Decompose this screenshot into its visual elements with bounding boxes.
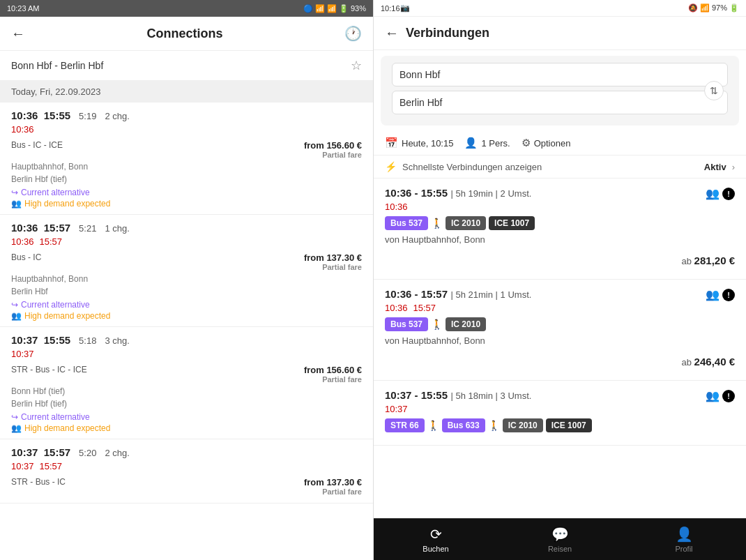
conn-2-type: Bus - IC <box>11 252 41 262</box>
bottom-nav: ⟳ Buchen 💬 Reisen 👤 Profil <box>374 518 746 560</box>
left-connection-2[interactable]: 10:36 15:57 5:21 1 chg. 10:36 15:57 Bus … <box>0 215 373 327</box>
conn-2-demand-text: High demand expected <box>24 311 110 321</box>
r-conn-3-str66-badge: STR 66 <box>385 418 425 432</box>
star-icon[interactable]: ☆ <box>351 58 362 73</box>
right-connection-2[interactable]: 10:36 - 15:57 | 5h 21min | 1 Umst. 👥 ! 1… <box>374 280 746 381</box>
quick-filter[interactable]: ⚡ Schnellste Verbindungen anzeigen Aktiv… <box>374 156 746 179</box>
conn-3-details: STR - Bus - IC - ICE from 156.60 €Partia… <box>0 362 373 439</box>
left-connection-4[interactable]: 10:37 15:57 5:20 2 chg. 10:37 15:57 STR … <box>0 439 373 504</box>
right-time: 10:16 <box>381 4 400 13</box>
r-conn-3-transport-row: STR 66 🚶 Bus 633 🚶 IC 2010 ICE 1007 <box>385 418 735 432</box>
right-connection-1[interactable]: 10:36 - 15:55 | 5h 19min | 2 Umst. 👥 ! 1… <box>374 179 746 280</box>
left-time: 10:23 AM <box>7 4 39 13</box>
date-filter-text: Heute, 10:15 <box>402 138 453 149</box>
r-conn-2-price-prefix: ab <box>682 357 694 368</box>
left-status-bar: 10:23 AM 🔵 📶 📶 🔋 93% <box>0 0 373 17</box>
r-conn-1-icons: 👥 ! <box>706 187 735 200</box>
conn-2-detail-row: Bus - IC from 137.30 €Partial fare <box>11 252 362 271</box>
left-date-bar: Today, Fri, 22.09.2023 <box>0 81 373 103</box>
conn-3-duration: 5:18 <box>79 335 96 346</box>
conn-3-stations: Bonn Hbf (tief)Berlin Hbf (tief) <box>11 385 362 410</box>
quick-filter-active-label: Aktiv <box>704 162 726 172</box>
alt-icon-3: ↪ <box>11 412 18 422</box>
swap-button[interactable]: ⇅ <box>704 81 724 100</box>
left-header: ← Connections 🕐 <box>0 17 373 51</box>
conn-3-price: from 156.60 €Partial fare <box>304 365 362 384</box>
demand-icon-2: 👥 <box>11 311 22 321</box>
r-conn-1-top: 10:36 - 15:55 | 5h 19min | 2 Umst. 👥 ! <box>385 187 735 200</box>
buchen-icon: ⟳ <box>430 526 442 543</box>
left-route-text: Bonn Hbf - Berlin Hbf <box>11 60 103 71</box>
filters-row: 📅 Heute, 10:15 👤 1 Pers. ⚙ Optionen <box>374 131 746 156</box>
r-conn-3-dep: 10:37 <box>385 404 735 414</box>
right-panel: 10:16 📷 🔕 📶 97% 🔋 ← Verbindungen Bonn Hb… <box>373 0 746 560</box>
conn-2-details: Bus - IC from 137.30 €Partial fare Haupt… <box>0 250 373 326</box>
r-conn-1-time-block: 10:36 - 15:55 | 5h 19min | 2 Umst. <box>385 187 531 199</box>
conn-2-actual-dep: 10:36 <box>11 236 34 247</box>
conn-2-alt: ↪ Current alternative <box>11 300 362 310</box>
conn-3-alt-text: Current alternative <box>21 412 90 422</box>
left-connection-1[interactable]: 10:36 15:55 5:19 2 chg. 10:36 Bus - IC -… <box>0 103 373 215</box>
buchen-label: Buchen <box>423 545 448 553</box>
conn-4-header: 10:37 15:57 5:20 2 chg. <box>0 439 373 461</box>
conn-1-demand: 👥 High demand expected <box>11 199 362 209</box>
conn-3-demand: 👥 High demand expected <box>11 423 362 433</box>
search-fields-container: Bonn Hbf Berlin Hbf ⇅ <box>381 56 739 126</box>
conn-1-price-sub: Partial fare <box>304 151 362 159</box>
nav-profil[interactable]: 👤 Profil <box>622 519 746 560</box>
r-conn-1-price: ab 281,20 € <box>385 250 735 271</box>
persons-filter[interactable]: 👤 1 Pers. <box>464 137 510 149</box>
demand-icon-3: 👥 <box>11 423 22 433</box>
conn-4-changes: 2 chg. <box>105 448 129 458</box>
r-conn-3-top: 10:37 - 15:55 | 5h 18min | 3 Umst. 👥 ! <box>385 389 735 402</box>
conn-3-price-sub: Partial fare <box>304 375 362 384</box>
conn-3-type: STR - Bus - IC - ICE <box>11 365 87 374</box>
r-conn-2-dep: 10:36 15:57 <box>385 303 735 313</box>
conn-1-detail-row: Bus - IC - ICE from 156.60 €Partial fare <box>11 140 362 159</box>
r-conn-2-time-block: 10:36 - 15:57 | 5h 21min | 1 Umst. <box>385 288 531 301</box>
conn-2-alt-text: Current alternative <box>21 300 90 310</box>
r-conn-1-ic2010-badge: IC 2010 <box>446 216 486 230</box>
conn-3-demand-text: High demand expected <box>24 423 110 433</box>
conn-1-header: 10:36 15:55 5:19 2 chg. <box>0 103 373 124</box>
r-conn-3-walk1-icon: 🚶 <box>427 420 439 431</box>
right-back-button[interactable]: ← <box>385 25 399 41</box>
r-conn-2-warn-icon: ! <box>722 289 735 301</box>
right-status-icons: 🔕 📶 97% 🔋 <box>688 3 739 13</box>
r-conn-1-dep: 10:36 <box>385 202 735 212</box>
r-conn-2-top: 10:36 - 15:57 | 5h 21min | 1 Umst. 👥 ! <box>385 288 735 301</box>
persons-filter-text: 1 Pers. <box>481 138 510 149</box>
conn-4-actual-times: 10:37 15:57 <box>0 461 373 474</box>
left-connection-3[interactable]: 10:37 15:55 5:18 3 chg. 10:37 STR - Bus … <box>0 327 373 439</box>
conn-4-type: STR - Bus - IC <box>11 477 66 487</box>
conn-4-actual-arr: 15:57 <box>40 461 63 471</box>
nav-buchen[interactable]: ⟳ Buchen <box>374 519 498 560</box>
clock-icon[interactable]: 🕐 <box>344 25 362 42</box>
conn-3-times: 10:37 15:55 <box>11 334 70 346</box>
right-connections-list: 10:36 - 15:55 | 5h 19min | 2 Umst. 👥 ! 1… <box>374 179 746 518</box>
r-conn-1-transport-row: Bus 537 🚶 IC 2010 ICE 1007 <box>385 216 735 230</box>
r-conn-2-transport-row: Bus 537 🚶 IC 2010 <box>385 317 735 331</box>
reisen-icon: 💬 <box>551 526 569 543</box>
options-filter[interactable]: ⚙ Optionen <box>522 137 571 149</box>
conn-1-stations: Hauptbahnhof, BonnBerlin Hbf (tief) <box>11 160 362 186</box>
conn-2-price: from 137.30 €Partial fare <box>304 252 362 271</box>
r-conn-1-origin: von Hauptbahnhof, Bonn <box>385 234 735 245</box>
left-panel: 10:23 AM 🔵 📶 📶 🔋 93% ← Connections 🕐 Bon… <box>0 0 373 560</box>
conn-3-detail-row: STR - Bus - IC - ICE from 156.60 €Partia… <box>11 365 362 384</box>
to-field[interactable]: Berlin Hbf <box>392 91 728 114</box>
conn-1-price: from 156.60 €Partial fare <box>304 140 362 159</box>
right-status-bar: 10:16 📷 🔕 📶 97% 🔋 <box>374 0 746 17</box>
right-connection-3[interactable]: 10:37 - 15:55 | 5h 18min | 3 Umst. 👥 ! 1… <box>374 381 746 446</box>
nav-reisen[interactable]: 💬 Reisen <box>498 519 622 560</box>
conn-4-detail-row: STR - Bus - IC from 137.30 €Partial fare <box>11 477 362 496</box>
r-conn-1-details: | 5h 19min | 2 Umst. <box>451 188 532 199</box>
r-conn-2-details: | 5h 21min | 1 Umst. <box>451 289 532 300</box>
conn-4-price: from 137.30 €Partial fare <box>304 477 362 496</box>
conn-3-alt: ↪ Current alternative <box>11 412 362 422</box>
left-back-button[interactable]: ← <box>11 26 25 42</box>
date-filter[interactable]: 📅 Heute, 10:15 <box>385 137 453 149</box>
from-field[interactable]: Bonn Hbf <box>392 63 728 86</box>
alt-icon-2: ↪ <box>11 300 18 310</box>
left-status-icons: 🔵 📶 📶 🔋 93% <box>303 4 366 13</box>
